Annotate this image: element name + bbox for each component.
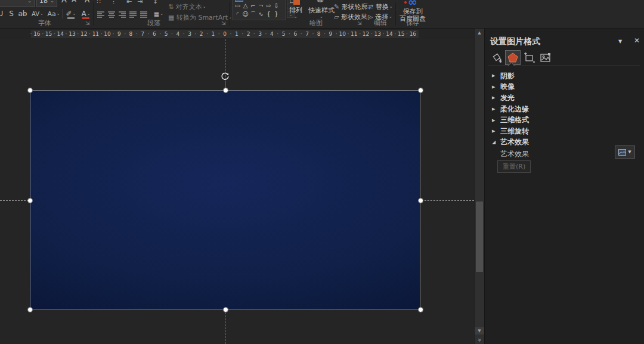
expand-arrow-icon: ▶ — [492, 85, 500, 89]
ruler-number: 4 — [266, 30, 278, 38]
chevron-down-icon: ⌄ — [203, 4, 206, 9]
ruler-number: 11 — [90, 30, 102, 38]
section-label: 三维旋转 — [500, 126, 529, 137]
expand-arrow-icon: ▶ — [492, 118, 500, 123]
shapes-row-1: ▭△⌐¬⇨⇩ — [234, 2, 280, 10]
replace-button[interactable]: ⇄ 替换⌄ — [368, 2, 393, 11]
font-dialog-launcher[interactable]: ⇲ — [85, 21, 90, 26]
ruler-number: 14 — [383, 30, 395, 38]
shape-icon[interactable]: ∿ — [257, 10, 265, 18]
ruler-number: 12 — [360, 30, 372, 38]
save-group-label: 保存 — [396, 18, 429, 27]
ruler-number: 9 — [325, 30, 337, 38]
ruler-number: 6 — [148, 30, 160, 38]
resize-handle-n[interactable] — [223, 88, 228, 93]
text-columns-button[interactable]: ▦⌄ — [151, 8, 166, 19]
underline-button[interactable]: U — [0, 8, 4, 19]
resize-handle-w[interactable] — [27, 198, 33, 203]
resize-handle-sw[interactable] — [27, 307, 33, 312]
decrease-indent-icon[interactable]: ⇤ — [126, 0, 132, 7]
shape-outline-button[interactable]: ✎ 形状轮廓⌄ — [334, 2, 372, 11]
shape-icon[interactable]: ⇩ — [273, 2, 280, 10]
bullets-icon[interactable]: ∷ — [97, 0, 101, 7]
resize-handle-nw[interactable] — [27, 88, 33, 93]
panel-section[interactable]: ▶ 柔化边缘 — [492, 104, 637, 115]
panel-close-button[interactable]: ✕ — [634, 36, 640, 45]
ruler-number: 1 — [231, 30, 243, 38]
font-size-value: 18 — [39, 0, 48, 5]
resize-handle-ne[interactable] — [418, 88, 423, 93]
double-chevron-icon: » — [476, 338, 484, 340]
clear-formatting-button[interactable]: A — [82, 0, 92, 5]
ruler-number: 9 — [113, 30, 125, 38]
scroll-down-button[interactable]: ▼ — [475, 327, 484, 334]
slide-canvas[interactable] — [0, 39, 474, 344]
shape-icon[interactable]: ¬ — [257, 2, 265, 10]
shape-icon[interactable]: } — [273, 10, 280, 18]
font-name-combo[interactable]: ⌄ — [0, 0, 35, 7]
scroll-up-button[interactable]: ▲ — [475, 30, 484, 35]
text-shadow-button[interactable]: S — [7, 8, 16, 19]
font-size-combo[interactable]: 18⌄ — [36, 0, 57, 7]
rotation-handle[interactable] — [220, 71, 230, 81]
shapes-gallery[interactable]: ▭△⌐¬⇨⇩ ◜☺⌒∿{} — [232, 0, 286, 20]
shape-icon[interactable]: ⌐ — [249, 2, 257, 10]
panel-section[interactable]: ▶ 三维旋转 — [492, 126, 637, 137]
shape-icon[interactable]: ◜ — [234, 10, 242, 18]
tab-size-properties[interactable] — [522, 50, 537, 65]
vertical-scrollbar[interactable]: ▲ ▼ » — [474, 29, 484, 344]
highlight-color-button[interactable]: ✐⌄ — [64, 8, 78, 19]
shape-icon[interactable]: ⌒ — [249, 10, 257, 18]
ruler-number: 8 — [125, 30, 137, 38]
rotation-handle-connector — [225, 80, 225, 88]
change-case-button[interactable]: Aa⌄ — [47, 8, 61, 19]
section-label: 柔化边缘 — [500, 104, 529, 114]
drawing-group-label: 绘图 — [280, 18, 352, 27]
resize-handle-s[interactable] — [223, 307, 228, 312]
ribbon: ⌄ 18⌄ A A A U S ab AV⌄ Aa⌄ ✐⌄ A⌄ 字体 ⇲ ∷ … — [0, 0, 644, 29]
align-text-button[interactable]: ⇅ 对齐文本⌄ — [168, 2, 206, 11]
expand-arrow-icon: ▶ — [492, 129, 500, 134]
font-color-button[interactable]: A⌄ — [79, 8, 92, 19]
tab-picture[interactable] — [538, 50, 553, 65]
shape-icon[interactable]: ▭ — [234, 2, 242, 10]
shape-icon[interactable]: ☺ — [242, 10, 249, 18]
reset-button[interactable]: 重置(R) — [497, 160, 531, 173]
panel-section[interactable]: ▶ 阴影 — [492, 70, 637, 82]
shape-icon[interactable]: ⇨ — [265, 2, 273, 10]
ruler-number: 7 — [137, 30, 148, 38]
paragraph-dialog-launcher[interactable]: ⇲ — [221, 21, 226, 26]
ruler-number: 13 — [371, 30, 383, 38]
numbering-icon[interactable]: ⋮ — [110, 0, 117, 7]
horizontal-ruler: 1615141312111098765432101234567891011121… — [31, 30, 419, 38]
grow-font-button[interactable]: A — [60, 0, 69, 5]
panel-section[interactable]: ▶ 三维格式 — [492, 114, 637, 126]
shape-icon[interactable]: { — [265, 10, 273, 18]
line-spacing-icon[interactable]: ↕ — [153, 0, 158, 7]
increase-indent-icon[interactable]: ⇥ — [137, 0, 143, 7]
expand-arrow-icon: ▶ — [492, 73, 500, 78]
selected-picture[interactable] — [30, 90, 420, 309]
align-text-icon: ⇅ — [168, 3, 174, 11]
section-label: 三维格式 — [500, 115, 529, 125]
resize-handle-se[interactable] — [418, 307, 423, 312]
shrink-font-button[interactable]: A — [70, 0, 78, 5]
character-spacing-button[interactable]: AV⌄ — [30, 8, 45, 19]
panel-section[interactable]: ▶ 映像 — [492, 82, 637, 93]
strikethrough-button[interactable]: ab — [17, 8, 28, 19]
expand-arrow-icon: ◢ — [492, 140, 500, 145]
shape-icon[interactable]: △ — [242, 2, 249, 10]
panel-section[interactable]: ▶ 发光 — [492, 92, 637, 104]
drawing-dialog-launcher[interactable]: ⇲ — [357, 21, 362, 26]
tab-effects[interactable] — [505, 50, 521, 65]
next-slide-button[interactable]: » — [475, 336, 484, 343]
artistic-effects-dropdown[interactable]: ▼ — [615, 145, 635, 159]
resize-handle-e[interactable] — [418, 198, 423, 203]
scrollbar-thumb[interactable] — [476, 202, 483, 272]
panel-dropdown-button[interactable]: ▼ — [618, 39, 622, 44]
section-label: 阴影 — [500, 71, 515, 81]
ruler-number: 10 — [101, 30, 113, 38]
ruler-number: 14 — [54, 30, 66, 38]
chevron-down-icon: ⌄ — [73, 11, 76, 16]
tab-fill-line[interactable] — [490, 50, 505, 65]
